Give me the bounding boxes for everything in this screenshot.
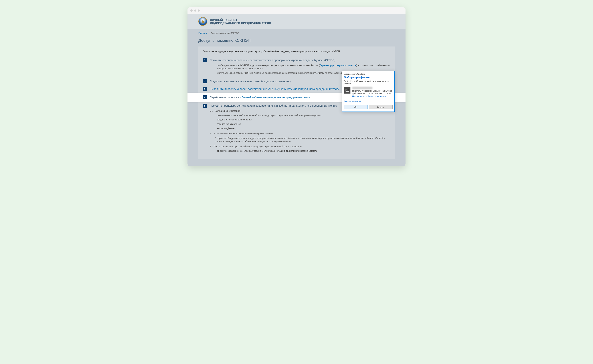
ok-button[interactable]: OK <box>344 105 368 109</box>
step-1-title: Получите квалифицированный сертификат кл… <box>210 58 390 62</box>
breadcrumb: Главная › Доступ с помощью КСКПЭП <box>188 29 405 37</box>
step-number: 4 <box>203 95 207 99</box>
breadcrumb-current: Доступ с помощью КСКПЭП <box>211 32 239 34</box>
cert-centers-link[interactable]: Перечень удостоверяющих центров <box>319 64 356 67</box>
certificate-name-blurred <box>352 87 372 89</box>
step-5-1-i2: введите адрес электронной почты; <box>217 118 252 121</box>
chevron-right-icon: › <box>215 118 215 121</box>
browser-window: ЛИЧНЫЙ КАБИНЕТ ИНДИВИДУАЛЬНОГО ПРЕДПРИНИ… <box>188 7 405 166</box>
view-cert-properties-link[interactable]: Просмотреть свойства сертификата <box>352 95 392 97</box>
step-5-2: 5.2. В появившемся окне проверьте введен… <box>210 132 390 135</box>
site-header: ЛИЧНЫЙ КАБИНЕТ ИНДИВИДУАЛЬНОГО ПРЕДПРИНИ… <box>188 14 405 29</box>
chevron-right-icon: › <box>215 64 215 70</box>
intro-text: Пошаговая инструкция предоставления дост… <box>203 50 390 53</box>
certificate-validity: Действителен с: 02.12.2022 по 02.03.2024 <box>352 92 392 94</box>
step-5-3: 5.3. После получения на указанный при ре… <box>210 145 390 148</box>
cabinet-link[interactable]: «Личный кабинет индивидуального предприн… <box>240 96 310 99</box>
step-5-1-i3: введите код с картинки; <box>217 123 241 126</box>
header-title-line2: ИНДИВИДУАЛЬНОГО ПРЕДПРИНИМАТЕЛЯ <box>210 21 271 25</box>
page-title: Доступ с помощью КСКПЭП <box>188 37 405 46</box>
certificate-issuer: Издатель: Федеральная налоговая служба <box>352 90 392 92</box>
chevron-right-icon: › <box>215 114 215 117</box>
step-number: 5 <box>203 104 207 108</box>
certificate-item[interactable]: Издатель: Федеральная налоговая служба Д… <box>342 86 394 98</box>
step-5-1-i4: нажмите «Далее»; <box>217 127 235 130</box>
fns-logo-icon <box>198 17 207 26</box>
step-1-sub-1: Необходимо получить КСКПЭП в удостоверяю… <box>217 64 390 70</box>
close-icon[interactable]: ✕ <box>391 72 393 75</box>
dialog-title: Выбор сертификата <box>342 76 394 79</box>
certificate-dialog: Безопасность Windows ✕ Выбор сертификата… <box>342 71 395 112</box>
traffic-light-minimize[interactable] <box>194 9 196 12</box>
chevron-right-icon: › <box>215 123 215 126</box>
dialog-security-label: Безопасность Windows <box>344 73 365 75</box>
step-number: 1 <box>203 58 207 62</box>
header-title-line1: ЛИЧНЫЙ КАБИНЕТ <box>210 18 271 21</box>
breadcrumb-home[interactable]: Главная <box>198 32 207 34</box>
window-titlebar <box>188 7 405 14</box>
step-5-3-i1: откройте сообщение со ссылкой активации … <box>217 149 319 153</box>
cancel-button[interactable]: Отмена <box>369 105 393 109</box>
step-5-1-i1: ознакомьтесь с текстом Соглашения об отк… <box>217 114 323 117</box>
traffic-light-maximize[interactable] <box>198 9 200 12</box>
step-5-2-para: В случае необходимости уточните адрес эл… <box>215 136 390 143</box>
more-options-link[interactable]: Больше вариантов <box>342 98 394 104</box>
certificate-icon <box>344 87 351 94</box>
chevron-right-icon: › <box>215 150 215 153</box>
dialog-message: Сайту lkipgost2.nalog.ru требуются ваши … <box>342 79 394 86</box>
step-number: 2 <box>203 79 207 83</box>
traffic-light-close[interactable] <box>190 9 193 12</box>
chevron-right-icon: › <box>209 32 209 34</box>
check-connection-link[interactable]: «Личному кабинету индивидуального предпр… <box>267 87 339 91</box>
chevron-right-icon: › <box>215 127 215 130</box>
chevron-right-icon: › <box>215 72 215 75</box>
step-number: 3 <box>203 87 207 91</box>
